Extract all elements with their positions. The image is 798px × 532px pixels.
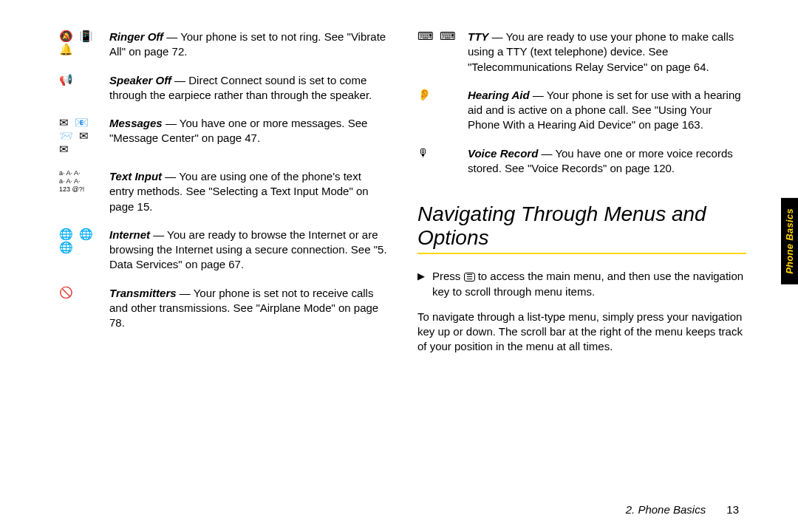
body: — You are ready to browse the Internet o… [109, 228, 387, 271]
term: Messages [109, 117, 163, 129]
tty-icon: ⌨ ⌨ [417, 30, 459, 43]
icon-group-hearing: 👂 [417, 88, 459, 133]
entry-hearing-aid: 👂 Hearing Aid — Your phone is set for us… [417, 88, 746, 133]
icon-group-speaker: 📢 [59, 73, 100, 103]
section-rule [417, 253, 746, 254]
page-footer: 2. Phone Basics 13 [626, 503, 739, 516]
term: Transmitters [109, 287, 177, 299]
footer-chapter: 2. Phone Basics [626, 503, 706, 516]
icon-group-ringer: 🔕 📳 🔔 [59, 30, 100, 60]
entry-text: Internet — You are ready to browse the I… [109, 228, 388, 273]
entry-voice-record: 🎙 Voice Record — You have one or more vo… [417, 146, 746, 177]
bullet-arrow-icon: ▶ [417, 269, 425, 299]
entry-text: Messages — You have one or more messages… [109, 116, 388, 156]
left-column: 🔕 📳 🔔 Ringer Off — Your phone is set to … [59, 30, 388, 458]
icon-group-text-input: a· A· A· a· A· A· 123 @?! [59, 169, 100, 214]
right-column: ⌨ ⌨ TTY — You are ready to use your phon… [417, 30, 746, 458]
text-mode-icon: a· A· A· [59, 177, 100, 185]
entry-text: Ringer Off — Your phone is set to not ri… [109, 30, 388, 60]
section-heading: Navigating Through Menus and Options [417, 202, 746, 250]
term: Speaker Off [109, 74, 171, 86]
menu-key-icon: ☰ [464, 273, 475, 282]
page-content: 🔕 📳 🔔 Ringer Off — Your phone is set to … [0, 0, 798, 488]
hearing-aid-icon: 👂 [417, 88, 459, 101]
term: Text Input [109, 170, 162, 183]
no-signal-icon: 🚫 [59, 286, 100, 299]
globe-lock-icon: 🌐 [59, 241, 100, 254]
icon-group-messages: ✉ 📧 📨 ✉ ✉ [59, 116, 100, 156]
footer-page-number: 13 [726, 503, 739, 516]
icon-group-transmitters: 🚫 [59, 286, 100, 331]
entry-internet: 🌐 🌐 🌐 Internet — You are ready to browse… [59, 228, 388, 273]
term: Voice Record [468, 147, 538, 160]
entry-ringer-off: 🔕 📳 🔔 Ringer Off — Your phone is set to … [59, 30, 388, 60]
icon-group-internet: 🌐 🌐 🌐 [59, 228, 100, 273]
term: Hearing Aid [468, 89, 530, 101]
side-tab-label: Phone Basics [781, 198, 798, 284]
icon-group-tty: ⌨ ⌨ [417, 30, 459, 75]
entry-text: Hearing Aid — Your phone is set for use … [468, 88, 746, 133]
text-mode-icon: a· A· A· [59, 169, 100, 177]
entry-text: Voice Record — You have one or more voic… [468, 146, 746, 177]
body: — You are ready to use your phone to mak… [468, 30, 734, 73]
globe-icon: 🌐 🌐 [59, 228, 100, 241]
microphone-icon: 🎙 [417, 146, 459, 160]
entry-text: TTY — You are ready to use your phone to… [468, 30, 746, 75]
entry-messages: ✉ 📧 📨 ✉ ✉ Messages — You have one or mor… [59, 116, 388, 156]
ringer-off-icon: 🔕 📳 [59, 30, 100, 43]
term: Ringer Off [109, 30, 163, 43]
term: Internet [109, 228, 150, 241]
term: TTY [468, 30, 488, 43]
envelope-icon: 📨 ✉ [59, 129, 100, 143]
entry-tty: ⌨ ⌨ TTY — You are ready to use your phon… [417, 30, 746, 75]
entry-speaker-off: 📢 Speaker Off — Direct Connect sound is … [59, 73, 388, 103]
entry-text: Text Input — You are using one of the ph… [109, 169, 388, 214]
entry-text: Speaker Off — Direct Connect sound is se… [109, 73, 388, 103]
bullet-text: Press ☰ to access the main menu, and the… [432, 269, 746, 299]
envelope-icon: ✉ [59, 143, 100, 156]
bullet-item: ▶ Press ☰ to access the main menu, and t… [417, 269, 746, 299]
bullet-pre: Press [432, 270, 464, 282]
entry-transmitters: 🚫 Transmitters — Your phone is set not t… [59, 286, 388, 331]
nav-paragraph: To navigate through a list-type menu, si… [417, 310, 746, 355]
entry-text-input: a· A· A· a· A· A· 123 @?! Text Input — Y… [59, 169, 388, 214]
bell-icon: 🔔 [59, 43, 100, 56]
speaker-off-icon: 📢 [59, 73, 100, 86]
entry-text: Transmitters — Your phone is set not to … [109, 286, 388, 331]
bullet-post: to access the main menu, and then use th… [432, 270, 743, 297]
text-mode-icon: 123 @?! [59, 185, 100, 194]
envelope-icon: ✉ 📧 [59, 116, 100, 129]
icon-group-voice: 🎙 [417, 146, 459, 177]
